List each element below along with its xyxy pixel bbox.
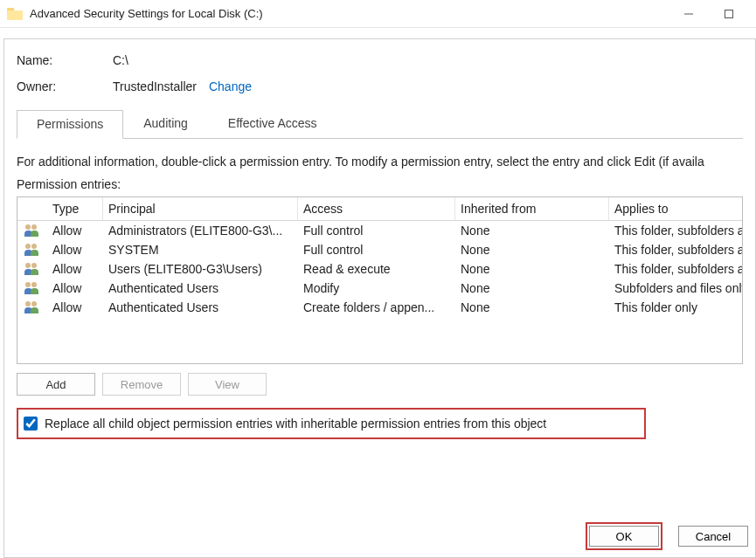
- users-icon: [17, 282, 47, 294]
- cell-inherited: None: [455, 262, 609, 276]
- cell-principal: Authenticated Users: [103, 281, 298, 295]
- cell-applies: This folder, subfolders and: [609, 262, 743, 276]
- table-row[interactable]: Allow SYSTEM Full control None This fold…: [17, 240, 742, 259]
- titlebar: Advanced Security Settings for Local Dis…: [0, 0, 756, 28]
- cell-principal: Authenticated Users: [103, 300, 298, 314]
- change-owner-link[interactable]: Change: [209, 79, 252, 93]
- cell-access: Create folders / appen...: [298, 300, 455, 314]
- dialog-body: Name: C:\ Owner: TrustedInstaller Change…: [3, 38, 756, 558]
- window-title: Advanced Security Settings for Local Dis…: [30, 7, 263, 20]
- info-text: For additional information, double-click…: [17, 155, 743, 169]
- users-icon: [17, 244, 47, 256]
- replace-child-label: Replace all child object permission entr…: [45, 417, 546, 431]
- tab-strip: Permissions Auditing Effective Access: [17, 109, 743, 139]
- table-row[interactable]: Allow Users (ELITE800-G3\Users) Read & e…: [17, 259, 742, 279]
- cancel-button[interactable]: Cancel: [678, 526, 748, 547]
- tab-effective-access[interactable]: Effective Access: [208, 109, 337, 138]
- cell-inherited: None: [455, 281, 609, 295]
- header-inherited[interactable]: Inherited from: [455, 197, 609, 220]
- header-type[interactable]: Type: [47, 197, 103, 220]
- cell-applies: This folder, subfolders and: [609, 243, 743, 257]
- name-row: Name: C:\: [17, 53, 743, 67]
- cell-type: Allow: [47, 281, 103, 295]
- svg-rect-1: [725, 10, 733, 17]
- minimize-button[interactable]: [669, 0, 709, 28]
- cell-applies: This folder, subfolders and: [609, 224, 743, 238]
- cell-access: Full control: [298, 224, 455, 238]
- cell-inherited: None: [455, 224, 609, 238]
- owner-label: Owner:: [17, 79, 113, 93]
- cell-principal: SYSTEM: [103, 243, 298, 257]
- cell-inherited: None: [455, 243, 609, 257]
- table-row[interactable]: Allow Administrators (ELITE800-G3\... Fu…: [17, 221, 742, 240]
- cell-type: Allow: [47, 300, 103, 314]
- name-label: Name:: [17, 53, 113, 67]
- users-icon: [17, 301, 47, 313]
- add-button[interactable]: Add: [17, 373, 95, 396]
- tab-auditing[interactable]: Auditing: [123, 109, 208, 138]
- cell-principal: Administrators (ELITE800-G3\...: [103, 224, 298, 238]
- cell-type: Allow: [47, 243, 103, 257]
- table-row[interactable]: Allow Authenticated Users Create folders…: [17, 298, 742, 317]
- table-row[interactable]: Allow Authenticated Users Modify None Su…: [17, 279, 742, 298]
- owner-row: Owner: TrustedInstaller Change: [17, 79, 743, 93]
- header-access[interactable]: Access: [298, 197, 455, 220]
- folder-icon: [7, 8, 23, 20]
- ok-button[interactable]: OK: [589, 526, 659, 547]
- name-value: C:\: [113, 53, 128, 67]
- footer-buttons: OK Cancel: [586, 522, 748, 550]
- cell-type: Allow: [47, 262, 103, 276]
- tab-permissions[interactable]: Permissions: [17, 110, 123, 139]
- permission-header: Type Principal Access Inherited from App…: [17, 197, 742, 221]
- users-icon: [17, 224, 47, 237]
- users-icon: [17, 263, 47, 275]
- ok-highlight: OK: [586, 522, 662, 550]
- cell-type: Allow: [47, 224, 103, 238]
- replace-child-checkbox[interactable]: [24, 417, 38, 431]
- replace-child-highlight: Replace all child object permission entr…: [17, 408, 646, 439]
- cell-applies: This folder only: [609, 300, 743, 314]
- view-button[interactable]: View: [188, 373, 267, 396]
- entry-buttons: Add Remove View: [17, 373, 743, 396]
- cell-access: Modify: [298, 281, 455, 295]
- remove-button[interactable]: Remove: [102, 373, 181, 396]
- permission-entries-label: Permission entries:: [17, 177, 743, 191]
- header-principal[interactable]: Principal: [103, 197, 298, 220]
- cell-inherited: None: [455, 300, 609, 314]
- owner-value: TrustedInstaller: [113, 79, 197, 93]
- cell-applies: Subfolders and files only: [609, 281, 743, 295]
- cell-principal: Users (ELITE800-G3\Users): [103, 262, 298, 276]
- cell-access: Read & execute: [298, 262, 455, 276]
- maximize-button[interactable]: [709, 0, 749, 28]
- header-icon-col: [17, 204, 47, 213]
- permission-list[interactable]: Type Principal Access Inherited from App…: [17, 196, 743, 364]
- cell-access: Full control: [298, 243, 455, 257]
- header-applies[interactable]: Applies to: [609, 197, 743, 220]
